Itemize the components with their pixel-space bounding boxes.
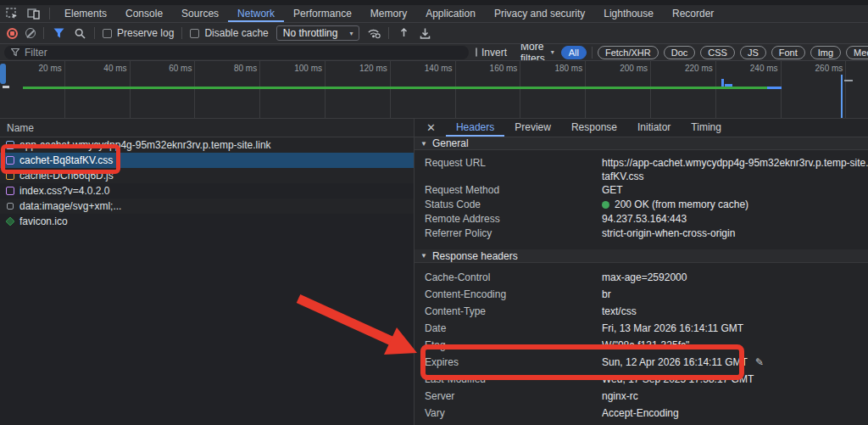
request-row[interactable]: data:image/svg+xml;... <box>0 199 414 214</box>
preserve-log-checkbox[interactable] <box>103 29 112 38</box>
tab-recorder[interactable]: Recorder <box>663 5 723 22</box>
tick-label: 200 ms <box>586 61 651 118</box>
clear-network-log-icon[interactable] <box>25 28 36 38</box>
pill-doc[interactable]: Doc <box>664 46 696 59</box>
tick-label: 220 ms <box>651 61 716 118</box>
tab-elements[interactable]: Elements <box>55 5 116 22</box>
header-row-last-modified: Last-Modified Wed, 17 Sep 2025 17:38:17 … <box>415 371 868 388</box>
tab-response[interactable]: Response <box>561 119 627 137</box>
header-label: Content-Encoding <box>425 286 602 303</box>
header-label: Request Method <box>425 183 602 197</box>
divider <box>49 8 50 20</box>
timeline-blue-marker-dash <box>725 84 732 87</box>
pill-css[interactable]: CSS <box>700 46 735 59</box>
header-row-remote-address: Remote Address 94.237.53.164:443 <box>415 212 868 226</box>
tab-performance[interactable]: Performance <box>284 5 361 22</box>
tick-label: 140 ms <box>391 61 456 118</box>
tab-network[interactable]: Network <box>228 5 284 22</box>
request-row[interactable]: favicon.ico <box>0 214 414 229</box>
status-green-dot-icon <box>602 201 609 209</box>
filter-funnel-icon <box>11 48 19 56</box>
tab-lighthouse[interactable]: Lighthouse <box>594 5 663 22</box>
tab-privacy-and-security[interactable]: Privacy and security <box>485 5 594 22</box>
header-label: Server <box>425 388 602 405</box>
timeline-brush-handle[interactable] <box>0 64 6 84</box>
tab-timing[interactable]: Timing <box>681 119 732 137</box>
import-har-icon[interactable] <box>397 26 410 40</box>
request-row[interactable]: app-cachet.wmycydpp4g-95m32eknr3rv.p.tem… <box>0 137 414 153</box>
tab-application[interactable]: Application <box>416 5 485 22</box>
filter-toggle-icon[interactable] <box>52 26 65 40</box>
pill-font[interactable]: Font <box>771 46 805 59</box>
document-file-icon <box>6 141 14 149</box>
tab-headers[interactable]: Headers <box>446 119 504 137</box>
tick-label: 160 ms <box>456 61 521 118</box>
header-value: Sun, 12 Apr 2026 16:14:11 GMT✎ <box>602 354 868 371</box>
request-row[interactable]: cachet-DCn66q6D.js <box>0 168 414 183</box>
header-row-content-encoding: Content-Encoding br <box>415 286 868 303</box>
pill-fetch-xhr[interactable]: Fetch/XHR <box>598 46 659 59</box>
pill-media[interactable]: Media <box>846 46 868 59</box>
tick-label: 120 ms <box>326 61 391 118</box>
export-har-icon[interactable] <box>418 26 431 40</box>
filter-input[interactable]: Filter <box>4 46 469 59</box>
tab-console[interactable]: Console <box>116 5 172 22</box>
request-row-selected[interactable]: cachet-Bq8tafKV.css <box>0 153 414 168</box>
network-filter-bar: Filter Invert More filters ▾ All Fetch/X… <box>0 44 868 61</box>
invert-checkbox[interactable] <box>476 48 477 57</box>
search-icon[interactable] <box>73 26 86 40</box>
name-column-header[interactable]: Name <box>0 119 414 137</box>
header-row-cache-control: Cache-Control max-age=2592000 <box>415 269 868 286</box>
tick-label: 260 ms <box>782 61 847 118</box>
tick-label: 20 ms <box>0 61 65 118</box>
pill-all[interactable]: All <box>561 46 587 59</box>
header-value: text/css <box>602 303 868 320</box>
request-name: cachet-Bq8tafKV.css <box>19 154 113 166</box>
devtools-window: Elements Console Sources Network Perform… <box>0 0 868 425</box>
network-overview-timeline[interactable]: 20 ms 40 ms 60 ms 80 ms 100 ms 120 ms 14… <box>0 61 868 119</box>
inspect-element-icon[interactable] <box>5 7 19 20</box>
request-name: favicon.ico <box>19 215 68 227</box>
header-value: W/"98c-f131-325fc" <box>602 337 868 354</box>
network-conditions-icon[interactable] <box>367 26 381 40</box>
more-filters-button[interactable]: More filters ▾ <box>520 44 554 61</box>
header-value: 200 OK (from memory cache) <box>602 198 868 211</box>
header-value: strict-origin-when-cross-origin <box>602 226 868 240</box>
request-row[interactable]: index.css?v=4.0.2.0 <box>0 183 414 199</box>
header-label: Expires <box>425 354 602 371</box>
script-file-icon <box>6 171 14 180</box>
stylesheet-file-icon <box>6 187 14 195</box>
tab-sources[interactable]: Sources <box>172 5 228 22</box>
throttling-select[interactable]: No throttling ▾ <box>276 25 360 41</box>
edit-pencil-icon[interactable]: ✎ <box>755 356 764 368</box>
tab-preview[interactable]: Preview <box>504 119 561 137</box>
tab-memory[interactable]: Memory <box>361 5 416 22</box>
request-type-pills: All Fetch/XHR Doc CSS JS Font Img Media … <box>561 46 868 59</box>
header-row-date: Date Fri, 13 Mar 2026 16:14:11 GMT <box>415 320 868 337</box>
disable-cache-checkbox[interactable] <box>190 29 199 38</box>
header-row-etag: Etag W/"98c-f131-325fc" <box>415 337 868 354</box>
timeline-start-request-bar <box>3 86 9 88</box>
general-section-header[interactable]: ▼ General <box>415 137 868 151</box>
header-label: Content-Type <box>425 303 602 320</box>
domcontentloaded-marker <box>841 75 843 119</box>
header-row-content-type: Content-Type text/css <box>415 303 868 320</box>
pill-js[interactable]: JS <box>740 46 766 59</box>
close-icon[interactable]: ✕ <box>415 119 446 137</box>
header-value: https://app-cachet.wmycydpp4g-95m32eknr3… <box>602 156 868 183</box>
header-label: Cache-Control <box>425 269 602 286</box>
response-headers-section-header[interactable]: ▼ Response headers <box>415 249 868 263</box>
devtools-tabbar: Elements Console Sources Network Perform… <box>0 0 868 23</box>
header-value: max-age=2592000 <box>602 269 868 286</box>
device-toolbar-icon[interactable] <box>27 7 41 20</box>
pill-img[interactable]: Img <box>810 46 841 59</box>
timeline-gray-request-bar <box>844 80 853 81</box>
general-rows: Request URL https://app-cachet.wmycydpp4… <box>415 150 868 244</box>
tick-label: 60 ms <box>131 61 196 118</box>
record-network-log-icon[interactable] <box>7 28 18 39</box>
header-value: GET <box>602 183 868 197</box>
response-header-rows: Cache-Control max-age=2592000 Content-En… <box>415 263 868 425</box>
more-filters-label: More filters <box>520 44 545 61</box>
tab-initiator[interactable]: Initiator <box>627 119 681 137</box>
divider <box>43 27 44 39</box>
